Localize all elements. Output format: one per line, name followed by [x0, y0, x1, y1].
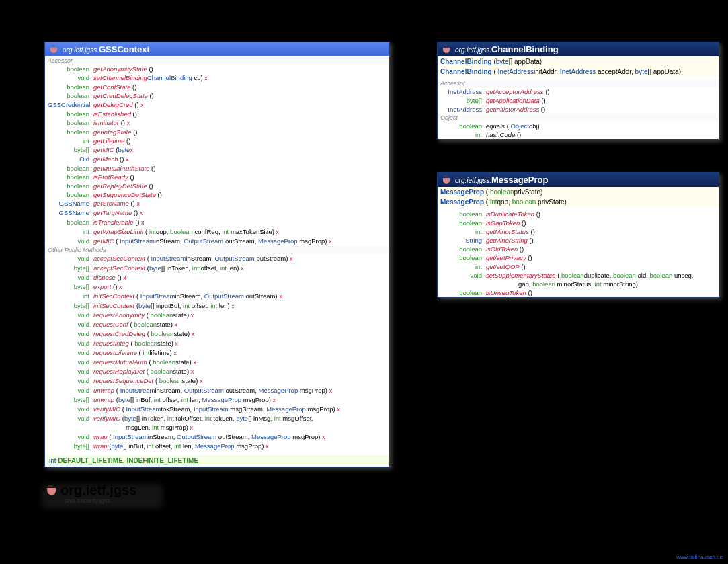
messageprop-card: org.ietf.jgss.MessageProp MessageProp ( … — [437, 172, 719, 298]
pkg-label: org.ietf.jgss. — [63, 46, 99, 54]
method-row: voidgetMIC ( InputStreaminStream, Output… — [45, 237, 389, 246]
method-row: booleangetReplayDetState () — [45, 182, 389, 190]
method-row: booleanisInitiator () x — [45, 118, 389, 128]
method-row: InetAddressgetAcceptorAddress () — [438, 87, 719, 96]
method-row: voidunwrap ( InputStreaminStream, Output… — [45, 386, 389, 395]
method-row: voidwrap ( InputStreaminStream, OutputSt… — [45, 432, 389, 442]
method-row: booleangetSequenceDetState () — [45, 190, 389, 199]
section-accessor: Accessor — [438, 79, 719, 87]
constructor-row: ChannelBinding ( InetAddressinitAddr, In… — [438, 67, 719, 77]
method-row: GSSNamegetSrcName () x — [45, 199, 389, 208]
constants: int DEFAULT_LIFETIME, INDEFINITE_LIFETIM… — [45, 455, 389, 467]
method-row: voidsetSupplementaryStates ( booleandupl… — [438, 271, 719, 280]
method-row: intget/setQOP () — [438, 262, 719, 271]
method-row: gap, boolean minorStatus, int minorStrin… — [438, 280, 719, 288]
method-row: GSSNamegetTargName () x — [45, 208, 389, 218]
class-icon — [442, 175, 452, 185]
messageprop-header: org.ietf.jgss.MessageProp — [438, 173, 719, 187]
constructor-row: MessageProp ( booleanprivState) — [438, 187, 719, 197]
class-label: MessageProp — [491, 175, 549, 185]
method-row: booleanisUnseqToken () — [438, 288, 719, 297]
method-row: voidrequestLifetime ( intlifetime) x — [45, 348, 389, 358]
method-row: StringgetMinorString () — [438, 236, 719, 245]
gsscontext-card: org.ietf.jgss.GSSContext Accessor boolea… — [44, 42, 390, 467]
method-row: booleangetConfState () — [45, 83, 389, 91]
method-row: msgLen, int msgProp) x — [45, 423, 389, 432]
constructor-row: ChannelBinding (byte[] appData) — [438, 56, 719, 67]
channelbinding-header: org.ietf.jgss.ChannelBinding — [438, 42, 719, 56]
method-row: byte[]getMIC (bytex — [45, 145, 389, 155]
method-row: booleangetAnonymityState () — [45, 65, 389, 73]
constructor-row: MessageProp ( intqop, boolean privState) — [438, 197, 719, 207]
gsscontext-header: org.ietf.jgss.GSSContext — [45, 42, 389, 56]
method-row: booleanget/setPrivacy () — [438, 253, 719, 262]
method-row: booleangetIntegState () — [45, 128, 389, 136]
method-row: OidgetMech () x — [45, 155, 389, 164]
method-row: voidrequestConf ( booleanstate) x — [45, 320, 389, 329]
method-row: booleanisProtReady () — [45, 173, 389, 182]
method-row: booleanisTransferable () x — [45, 218, 389, 227]
channelbinding-card: org.ietf.jgss.ChannelBinding ChannelBind… — [437, 42, 719, 140]
method-row: byte[]initSecContext (byte[] inputBuf, i… — [45, 301, 389, 311]
method-row: byte[]getApplicationData () — [438, 96, 719, 105]
method-row: intgetMinorStatus () — [438, 227, 719, 236]
method-row: voidacceptSecContext ( InputStreaminStre… — [45, 254, 389, 264]
method-row: intgetWrapSizeLimit ( intqop, boolean co… — [45, 227, 389, 237]
method-row: booleangetCredDelegState () — [45, 91, 389, 100]
method-row: booleangetMutualAuthState () — [45, 164, 389, 173]
method-row: voidrequestMutualAuth ( booleanstate) x — [45, 358, 389, 367]
method-row: byte[]export () x — [45, 282, 389, 292]
method-row: inthashCode () — [438, 130, 719, 139]
pkg-label: org.ietf.jgss. — [455, 46, 491, 54]
pkg-label: org.ietf.jgss. — [455, 177, 491, 184]
class-icon — [442, 45, 452, 54]
method-row: voidrequestSequenceDet ( booleanstate) x — [45, 376, 389, 386]
method-row: booleanequals ( Objectobj) — [438, 122, 719, 130]
method-row: voidverifyMIC ( InputStreamtokStream, In… — [45, 405, 389, 414]
section-accessor: Accessor — [45, 56, 389, 65]
method-row: voidrequestCredDeleg ( booleanstate) x — [45, 329, 389, 339]
interface-icon — [49, 45, 60, 54]
method-row: voidrequestAnonymity ( booleanstate) x — [45, 311, 389, 320]
method-row: voidsetChannelBindingChannelBinding cb) … — [45, 73, 389, 83]
package-title: org.ietf.jgss java.security.jgss — [47, 483, 136, 498]
method-row: booleanisOldToken () — [438, 245, 719, 253]
method-row: booleanisGapToken () — [438, 218, 719, 227]
method-row: GSSCredentialgetDelegCred () x — [45, 100, 389, 110]
method-row: voidverifyMIC (byte[] inToken, int tokOf… — [45, 414, 389, 423]
method-row: InetAddressgetInitiatorAddress () — [438, 105, 719, 114]
method-row: intinitSecContext ( InputStreaminStream,… — [45, 292, 389, 301]
package-sub: java.security.jgss — [65, 497, 110, 504]
class-label: GSSContext — [99, 44, 150, 54]
package-name: org.ietf.jgss — [60, 483, 136, 498]
section-other: Other Public Methods — [45, 246, 389, 254]
method-row: byte[]wrap (byte[] inBuf, int offset, in… — [45, 442, 389, 451]
method-row: byte[]unwrap (byte[] inBuf, int offset, … — [45, 395, 389, 405]
section-object: Object — [438, 114, 719, 122]
method-row: voidrequestReplayDet ( booleanstate) x — [45, 367, 389, 376]
footer-link[interactable]: www.falkhausen.de — [676, 554, 723, 560]
method-row: voidrequestInteg ( booleanstate) x — [45, 339, 389, 348]
package-icon — [46, 484, 60, 496]
method-row: booleanisEstablished () — [45, 110, 389, 118]
method-row: booleanisDuplicateToken () — [438, 210, 719, 218]
method-row: intgetLifetime () — [45, 136, 389, 145]
class-label: ChannelBinding — [491, 44, 559, 54]
method-row: byte[]acceptSecContext (byte[] inToken, … — [45, 264, 389, 273]
method-row: voiddispose () x — [45, 273, 389, 282]
